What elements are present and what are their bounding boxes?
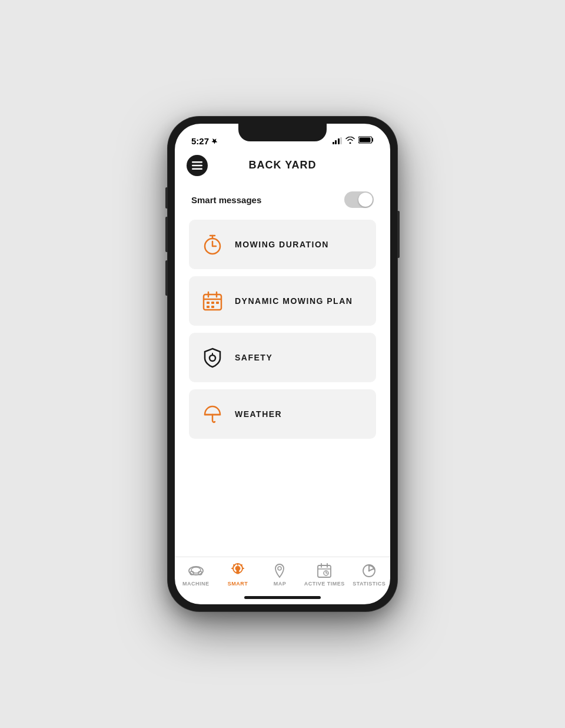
hamburger-icon bbox=[192, 161, 202, 170]
shield-icon bbox=[201, 346, 224, 369]
svg-point-15 bbox=[210, 355, 215, 361]
smart-icon bbox=[230, 563, 245, 578]
location-icon bbox=[211, 138, 217, 144]
power-button bbox=[397, 211, 400, 258]
nav-label-smart: SMART bbox=[228, 581, 248, 587]
toggle-knob bbox=[358, 193, 373, 207]
svg-rect-12 bbox=[216, 302, 219, 304]
svg-point-30 bbox=[278, 567, 281, 570]
mute-button bbox=[165, 187, 168, 209]
weather-label: WEATHER bbox=[235, 409, 282, 419]
svg-rect-3 bbox=[192, 164, 202, 166]
phone-frame: 5:27 bbox=[168, 117, 397, 611]
machine-icon bbox=[188, 563, 204, 578]
content-area: Smart messages bbox=[175, 180, 390, 557]
smart-messages-toggle[interactable] bbox=[344, 191, 374, 208]
dynamic-mowing-plan-label: DYNAMIC MOWING PLAN bbox=[235, 296, 353, 306]
statistics-icon bbox=[361, 563, 377, 578]
svg-rect-11 bbox=[211, 302, 214, 304]
svg-rect-1 bbox=[360, 138, 371, 143]
notch bbox=[238, 124, 327, 141]
menu-item-safety[interactable]: SAFETY bbox=[189, 333, 376, 382]
smart-messages-label: Smart messages bbox=[191, 195, 261, 205]
bottom-nav: MACHINE SMART bbox=[175, 557, 390, 590]
time-display: 5:27 bbox=[191, 136, 209, 146]
phone-screen: 5:27 bbox=[175, 124, 390, 604]
nav-item-active-times[interactable]: ACTIVE TIMES bbox=[304, 563, 345, 587]
svg-line-28 bbox=[234, 565, 235, 566]
smart-messages-row: Smart messages bbox=[189, 186, 376, 220]
home-bar bbox=[244, 596, 321, 599]
svg-rect-14 bbox=[211, 306, 214, 308]
mowing-duration-label: MOWING DURATION bbox=[235, 240, 329, 249]
menu-item-dynamic-mowing-plan[interactable]: DYNAMIC MOWING PLAN bbox=[189, 276, 376, 326]
menu-button[interactable] bbox=[187, 155, 208, 176]
page-title: BACK YARD bbox=[248, 159, 316, 171]
signal-icon bbox=[333, 137, 343, 144]
menu-list: MOWING DURATION bbox=[189, 220, 376, 439]
nav-label-machine: MACHINE bbox=[182, 581, 210, 587]
status-icons bbox=[333, 135, 374, 146]
svg-point-19 bbox=[191, 567, 201, 573]
timer-icon bbox=[201, 233, 224, 256]
home-indicator bbox=[175, 590, 390, 604]
battery-icon bbox=[358, 135, 374, 146]
umbrella-icon bbox=[201, 402, 224, 426]
nav-item-machine[interactable]: MACHINE bbox=[178, 563, 214, 587]
volume-up-button bbox=[165, 217, 168, 252]
safety-label: SAFETY bbox=[235, 353, 272, 362]
svg-rect-10 bbox=[207, 302, 210, 304]
calendar-icon bbox=[201, 289, 224, 313]
map-icon bbox=[272, 563, 287, 578]
nav-label-map: MAP bbox=[274, 581, 287, 587]
active-times-icon bbox=[317, 563, 332, 578]
wifi-icon bbox=[345, 135, 355, 146]
svg-rect-13 bbox=[207, 306, 210, 308]
menu-item-weather[interactable]: WEATHER bbox=[189, 389, 376, 439]
nav-item-statistics[interactable]: STATISTICS bbox=[351, 563, 387, 587]
nav-label-statistics: STATISTICS bbox=[353, 581, 385, 587]
svg-point-37 bbox=[368, 570, 370, 572]
menu-item-mowing-duration[interactable]: MOWING DURATION bbox=[189, 220, 376, 269]
nav-label-active-times: ACTIVE TIMES bbox=[304, 581, 345, 587]
svg-rect-4 bbox=[192, 168, 202, 170]
app-header: BACK YARD bbox=[175, 153, 390, 180]
status-time: 5:27 bbox=[191, 136, 217, 146]
nav-item-map[interactable]: MAP bbox=[262, 563, 297, 587]
svg-line-29 bbox=[241, 565, 242, 566]
volume-down-button bbox=[165, 260, 168, 296]
svg-rect-2 bbox=[192, 161, 202, 163]
nav-item-smart[interactable]: SMART bbox=[220, 563, 255, 587]
